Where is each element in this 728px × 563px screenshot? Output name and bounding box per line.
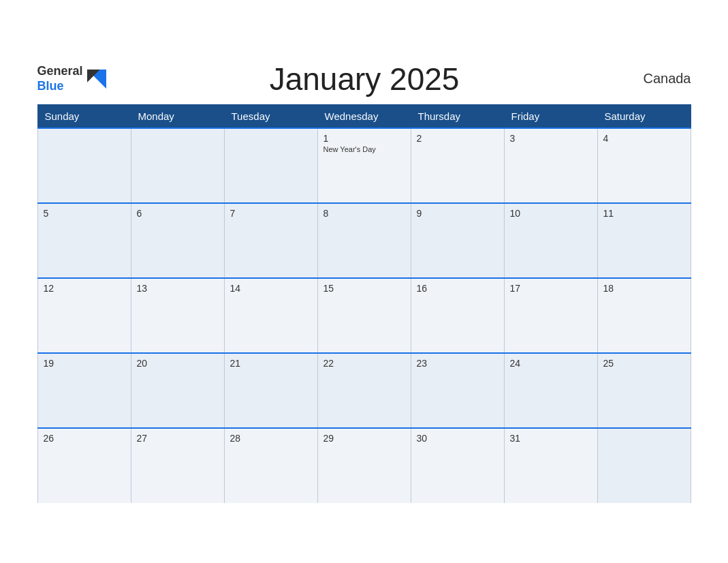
days-header-row: Sunday Monday Tuesday Wednesday Thursday…: [37, 104, 691, 128]
col-friday: Friday: [504, 104, 597, 128]
cell-w2-d1: 6: [131, 203, 224, 278]
logo-icon: [87, 70, 106, 89]
day-number: 10: [510, 208, 592, 219]
day-number: 7: [230, 208, 312, 219]
day-number: 1: [323, 133, 405, 144]
calendar-page: General Blue January 2025 Canada Sunday …: [17, 47, 712, 517]
cell-w3-d6: 18: [597, 278, 691, 353]
day-number: 24: [510, 358, 592, 369]
week-row-3: 12131415161718: [37, 278, 691, 353]
header: General Blue January 2025 Canada: [37, 61, 691, 97]
cell-w4-d0: 19: [37, 353, 131, 428]
col-saturday: Saturday: [597, 104, 691, 128]
cell-w5-d4: 30: [411, 428, 504, 503]
day-number: 17: [510, 283, 592, 294]
day-number: 20: [137, 358, 219, 369]
cell-w4-d1: 20: [131, 353, 224, 428]
cell-w4-d5: 24: [504, 353, 597, 428]
cell-w2-d6: 11: [597, 203, 691, 278]
cell-w2-d4: 9: [411, 203, 504, 278]
cell-w2-d2: 7: [224, 203, 317, 278]
day-number: 22: [323, 358, 405, 369]
cell-w3-d4: 16: [411, 278, 504, 353]
cell-w3-d0: 12: [37, 278, 131, 353]
day-number: 14: [230, 283, 312, 294]
col-wednesday: Wednesday: [317, 104, 411, 128]
cell-w2-d0: 5: [37, 203, 131, 278]
logo: General Blue: [37, 64, 106, 93]
day-number: 26: [44, 433, 125, 444]
cell-w3-d2: 14: [224, 278, 317, 353]
cell-w1-d4: 2: [411, 128, 504, 203]
cell-w1-d6: 4: [597, 128, 691, 203]
day-number: 8: [323, 208, 405, 219]
cell-w5-d6: [597, 428, 691, 503]
cell-w5-d1: 27: [131, 428, 224, 503]
day-number: 2: [417, 133, 498, 144]
logo-blue-text: Blue: [37, 79, 83, 94]
col-sunday: Sunday: [37, 104, 131, 128]
cell-w5-d3: 29: [317, 428, 411, 503]
day-number: 25: [603, 358, 685, 369]
day-number: 3: [510, 133, 592, 144]
day-number: 31: [510, 433, 592, 444]
cell-w1-d5: 3: [504, 128, 597, 203]
day-number: 16: [417, 283, 498, 294]
day-number: 11: [603, 208, 685, 219]
day-number: 28: [230, 433, 312, 444]
day-number: 13: [137, 283, 219, 294]
cell-w1-d0: [37, 128, 131, 203]
cell-w3-d1: 13: [131, 278, 224, 353]
cell-w2-d5: 10: [504, 203, 597, 278]
cell-w5-d2: 28: [224, 428, 317, 503]
cell-w4-d6: 25: [597, 353, 691, 428]
cell-w3-d3: 15: [317, 278, 411, 353]
cell-w3-d5: 17: [504, 278, 597, 353]
logo-general-text: General: [37, 64, 83, 79]
day-number: 5: [44, 208, 125, 219]
day-number: 29: [323, 433, 405, 444]
day-number: 6: [137, 208, 219, 219]
cell-w5-d5: 31: [504, 428, 597, 503]
week-row-4: 19202122232425: [37, 353, 691, 428]
day-number: 12: [44, 283, 125, 294]
day-number: 30: [417, 433, 498, 444]
cell-w1-d1: [131, 128, 224, 203]
cell-w4-d2: 21: [224, 353, 317, 428]
month-title: January 2025: [106, 61, 623, 97]
cell-w1-d2: [224, 128, 317, 203]
col-tuesday: Tuesday: [224, 104, 317, 128]
cell-w5-d0: 26: [37, 428, 131, 503]
day-number: 19: [44, 358, 125, 369]
cell-w4-d4: 23: [411, 353, 504, 428]
day-number: 4: [603, 133, 685, 144]
cell-w1-d3: 1New Year's Day: [317, 128, 411, 203]
day-number: 15: [323, 283, 405, 294]
cell-w4-d3: 22: [317, 353, 411, 428]
day-number: 27: [137, 433, 219, 444]
week-row-2: 567891011: [37, 203, 691, 278]
week-row-1: 1New Year's Day234: [37, 128, 691, 203]
country-label: Canada: [623, 71, 691, 87]
day-number: 21: [230, 358, 312, 369]
cell-w2-d3: 8: [317, 203, 411, 278]
day-number: 23: [417, 358, 498, 369]
day-number: 9: [417, 208, 498, 219]
col-monday: Monday: [131, 104, 224, 128]
calendar-table: Sunday Monday Tuesday Wednesday Thursday…: [37, 104, 691, 503]
day-number: 18: [603, 283, 685, 294]
col-thursday: Thursday: [411, 104, 504, 128]
week-row-5: 262728293031: [37, 428, 691, 503]
event-text: New Year's Day: [323, 145, 405, 153]
